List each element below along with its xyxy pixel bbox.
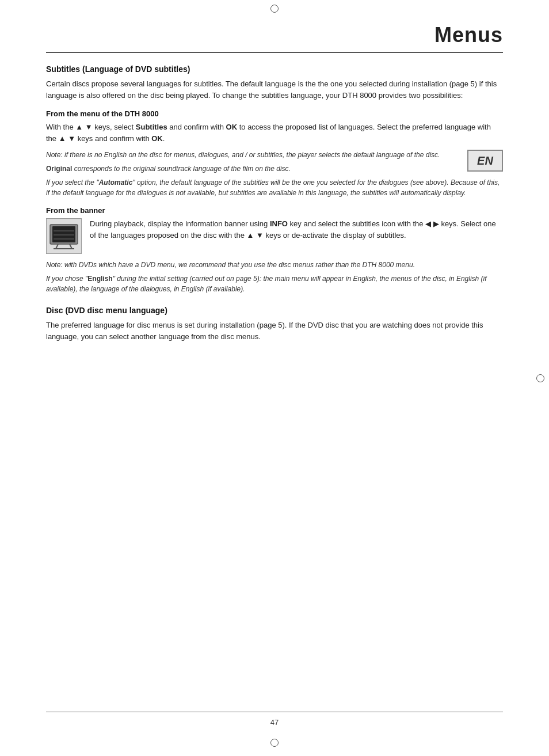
page-footer: 47 [46, 712, 503, 727]
automatic-bold: Automatic [99, 178, 133, 187]
note1: Note: if there is no English on the disc… [46, 150, 503, 160]
from-banner-subsection: From the banner [46, 206, 503, 294]
english-note: If you chose "English" during the initia… [46, 273, 503, 294]
en-badge-label: EN [477, 154, 493, 168]
original-text: Original corresponds to the original sou… [46, 164, 503, 174]
subtitles-bold: Subtitles [136, 123, 167, 131]
content-area: Subtitles (Language of DVD subtitles) Ce… [46, 64, 503, 343]
from-menu-text1-mid: and confirm with [167, 123, 226, 131]
disc-heading: Disc (DVD disc menu language) [46, 306, 503, 315]
original-text-content: corresponds to the original soundtrack l… [72, 165, 291, 173]
automatic-note-prefix: If you select the " [46, 178, 99, 187]
page-title: Menus [434, 23, 503, 47]
page-number: 47 [270, 718, 279, 727]
svg-rect-1 [52, 226, 75, 242]
crosshair-bottom-circle [270, 739, 279, 747]
page-title-area: Menus [46, 23, 503, 47]
tv-icon [46, 218, 82, 254]
automatic-note: If you select the "Automatic" option, th… [46, 177, 503, 198]
subtitles-section: Subtitles (Language of DVD subtitles) Ce… [46, 64, 503, 294]
original-label: Original [46, 165, 72, 173]
from-menu-subsection: From the menu of the DTH 8000 With the ▲… [46, 109, 503, 197]
from-menu-text1-prefix: With the ▲ ▼ keys, select [46, 123, 136, 131]
disc-text: The preferred language for disc menus is… [46, 320, 503, 343]
svg-line-6 [70, 244, 72, 249]
subtitles-intro: Certain discs propose several languages … [46, 78, 503, 101]
ok2: OK [151, 134, 163, 143]
english-note-prefix: If you chose " [46, 275, 87, 283]
from-banner-subheading: From the banner [46, 206, 503, 215]
en-badge: EN [467, 150, 503, 172]
title-underline [46, 52, 503, 53]
svg-line-5 [56, 244, 58, 249]
subtitles-heading: Subtitles (Language of DVD subtitles) [46, 64, 503, 74]
from-menu-period: . [163, 134, 165, 143]
banner-text-prefix: During playback, display the information… [90, 219, 270, 228]
from-menu-text1: With the ▲ ▼ keys, select Subtitles and … [46, 121, 503, 145]
note-dvd: Note: with DVDs which have a DVD menu, w… [46, 260, 503, 270]
english-bold: English [87, 275, 112, 283]
page: Menus EN Subtitles (Language of DVD subt… [0, 0, 549, 756]
banner-text-content: During playback, display the information… [90, 218, 503, 241]
section-divider: Disc (DVD disc menu language) The prefer… [46, 306, 503, 343]
banner-section: During playback, display the information… [46, 218, 503, 254]
info-key: INFO [270, 219, 288, 228]
from-menu-subheading: From the menu of the DTH 8000 [46, 109, 503, 118]
english-note-suffix: " during the initial setting (carried ou… [46, 275, 487, 293]
ok1: OK [226, 123, 238, 131]
crosshair-top-circle [270, 5, 279, 13]
crosshair-right-circle [536, 374, 544, 382]
